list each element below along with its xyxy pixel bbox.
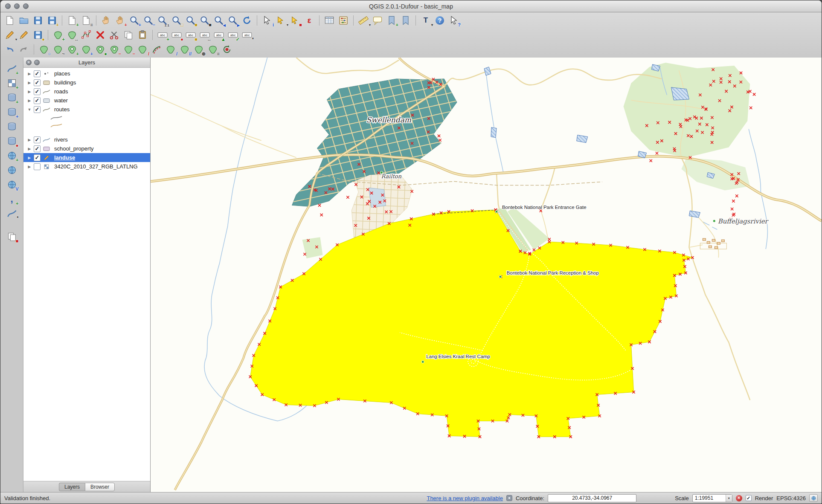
crs-status-button[interactable] <box>809 494 818 502</box>
layer-row-places[interactable]: ▶ ✓ places <box>23 69 150 78</box>
save-project-button[interactable] <box>31 14 45 27</box>
whats-this-button[interactable]: ? <box>447 14 461 27</box>
label-rotate-button[interactable]: ▲ <box>212 28 226 42</box>
identify-features-button[interactable]: i <box>260 14 274 27</box>
split-parts-button[interactable]: // <box>178 43 192 56</box>
save-layer-edits-button[interactable]: ● <box>31 28 45 42</box>
zoom-native-button[interactable]: 1:1 <box>156 14 169 27</box>
layer-checkbox[interactable]: ✓ <box>34 70 41 77</box>
delete-selected-button[interactable] <box>93 28 107 42</box>
attribute-table-button[interactable] <box>322 14 336 27</box>
remove-layer-button[interactable]: ■ <box>5 230 19 243</box>
coordinate-input[interactable] <box>548 494 636 502</box>
open-project-button[interactable] <box>17 14 31 27</box>
map-tips-button[interactable] <box>371 14 384 27</box>
close-window-button[interactable] <box>5 3 11 9</box>
expand-arrow-icon[interactable]: ▶ <box>26 72 33 76</box>
expand-arrow-icon[interactable]: ▶ <box>26 147 33 151</box>
pan-map-button[interactable] <box>99 14 113 27</box>
scale-combo[interactable]: 1:19951 ▼ <box>692 494 732 502</box>
zoom-full-button[interactable]: □ <box>170 14 183 27</box>
render-checkbox[interactable]: ✓ <box>746 495 752 501</box>
select-by-expression-button[interactable]: ε <box>302 14 316 27</box>
measure-button[interactable]: ▾ <box>357 14 370 27</box>
label-change-button[interactable]: ✓ <box>226 28 240 42</box>
deselect-features-button[interactable]: ■ <box>288 14 302 27</box>
refresh-map-button[interactable] <box>240 14 254 27</box>
layer-checkbox[interactable]: ✓ <box>34 136 41 143</box>
layer-checkbox[interactable]: ✓ <box>34 97 41 104</box>
layer-row-school-property[interactable]: ▶ ✓ school_property <box>23 144 150 153</box>
pan-to-selection-button[interactable]: + <box>113 14 127 27</box>
zoom-next-button[interactable]: ▶ <box>226 14 240 27</box>
reshape-features-button[interactable]: / <box>136 43 149 56</box>
zoom-last-button[interactable]: ◀ <box>212 14 226 27</box>
layer-row-rivers[interactable]: ▶ ✓ rivers <box>23 135 150 144</box>
zoom-to-layer-button[interactable]: ■ <box>198 14 212 27</box>
add-wfs-layer-button[interactable]: V <box>5 178 19 191</box>
redo-button[interactable] <box>17 43 31 56</box>
label-properties-button[interactable]: * <box>240 28 254 42</box>
add-part-button[interactable]: + <box>79 43 93 56</box>
expand-arrow-icon[interactable]: ▶ <box>26 90 33 94</box>
expand-arrow-icon[interactable]: ▶ <box>26 81 33 85</box>
expand-arrow-icon[interactable]: ▶ <box>26 138 33 142</box>
new-bookmark-button[interactable]: + <box>385 14 398 27</box>
fill-ring-button[interactable]: ● <box>93 43 107 56</box>
new-shapefile-layer-button[interactable]: * <box>5 207 19 220</box>
node-tool-button[interactable] <box>79 28 93 42</box>
layer-row-buildings[interactable]: ▶ ✓ buildings <box>23 78 150 87</box>
field-calculator-button[interactable] <box>337 14 350 27</box>
expand-arrow-icon[interactable]: ▶ <box>26 156 33 160</box>
layer-checkbox[interactable] <box>34 163 41 170</box>
add-ring-button[interactable]: + <box>65 43 79 56</box>
add-oracle-layer-button[interactable]: ● <box>5 134 19 148</box>
stop-rendering-button[interactable]: × <box>736 495 742 501</box>
tab-layers[interactable]: Layers <box>59 483 85 491</box>
add-postgis-layer-button[interactable]: + <box>5 91 19 104</box>
undo-button[interactable] <box>3 43 17 56</box>
split-features-button[interactable]: / <box>164 43 177 56</box>
layer-row-roads[interactable]: ▶ ✓ roads <box>23 87 150 96</box>
chevron-down-icon[interactable]: ▼ <box>726 495 732 502</box>
collapse-arrow-icon[interactable]: ▼ <box>26 107 33 112</box>
new-composer-button[interactable]: + <box>65 14 79 27</box>
merge-features-button[interactable]: ⊕ <box>192 43 206 56</box>
save-project-as-button[interactable]: + <box>45 14 59 27</box>
routes-symbol-item[interactable] <box>23 122 150 129</box>
merge-attributes-button[interactable]: ≡ <box>206 43 220 56</box>
zoom-in-button[interactable]: + <box>128 14 141 27</box>
offset-curve-button[interactable] <box>150 43 163 56</box>
title-bar[interactable]: QGIS 2.0.1-Dufour - basic_map <box>0 0 822 12</box>
layers-panel-header[interactable]: × Layers <box>23 58 150 68</box>
layer-checkbox[interactable]: ✓ <box>34 145 41 152</box>
composer-manager-button[interactable]: ≡ <box>79 14 93 27</box>
text-annotation-button[interactable]: T▾ <box>419 14 433 27</box>
layer-checkbox[interactable]: ✓ <box>34 79 41 86</box>
new-project-button[interactable] <box>3 14 17 27</box>
layer-checkbox[interactable]: ✓ <box>34 88 41 95</box>
map-canvas[interactable]: Swellendam Railton Bontebok National Par… <box>151 58 822 492</box>
add-spatialite-layer-button[interactable]: + <box>5 105 19 119</box>
plugin-update-link[interactable]: There is a new plugin available <box>427 495 503 501</box>
select-features-button[interactable]: ▾ <box>274 14 288 27</box>
tab-browser[interactable]: Browser <box>85 483 115 491</box>
minimize-window-button[interactable] <box>14 3 20 9</box>
expand-arrow-icon[interactable]: ▶ <box>26 165 33 169</box>
layer-checkbox[interactable]: ✓ <box>34 106 41 113</box>
current-edits-button[interactable]: ▾ <box>3 28 17 42</box>
layer-checkbox[interactable]: ✓ <box>34 154 41 161</box>
label-highlight-button[interactable]: ■ <box>184 28 198 42</box>
rotate-feature-button[interactable]: ○ <box>37 43 51 56</box>
rotate-point-symbols-button[interactable] <box>220 43 234 56</box>
add-wcs-layer-button[interactable] <box>5 163 19 177</box>
copy-features-button[interactable] <box>122 28 135 42</box>
delete-ring-button[interactable]: − <box>107 43 121 56</box>
simplify-feature-button[interactable]: ~ <box>51 43 65 56</box>
zoom-to-selection-button[interactable]: ■ <box>184 14 198 27</box>
zoom-out-button[interactable]: − <box>142 14 155 27</box>
routes-symbol-item[interactable] <box>23 114 150 122</box>
add-mssql-layer-button[interactable] <box>5 120 19 133</box>
delete-part-button[interactable]: − <box>122 43 135 56</box>
help-button[interactable]: ? <box>433 14 447 27</box>
